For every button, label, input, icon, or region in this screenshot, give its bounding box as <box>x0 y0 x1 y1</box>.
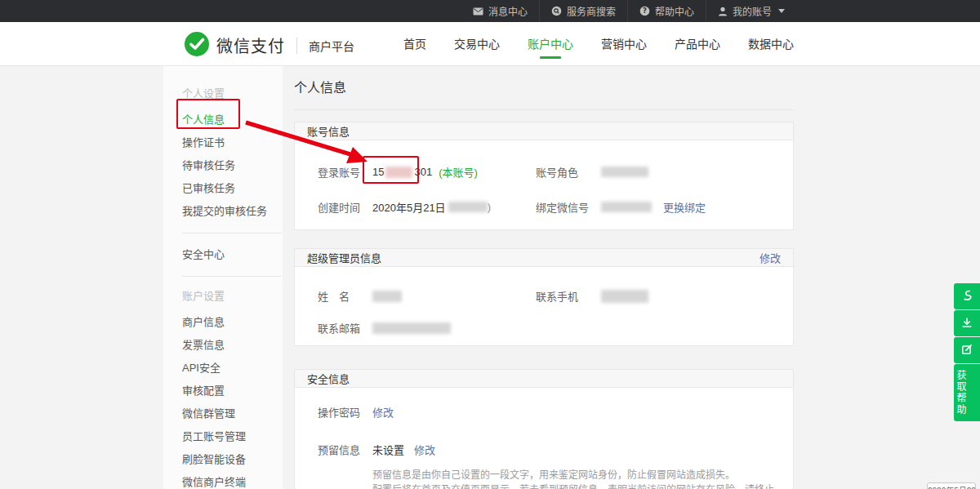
account-card-header: 账号信息 <box>295 122 793 140</box>
account-card-title: 账号信息 <box>307 123 350 139</box>
chevron-down-icon <box>778 9 785 13</box>
download-button[interactable] <box>954 310 980 336</box>
active-nav-underline <box>540 56 561 59</box>
topbar-item-label: 帮助中心 <box>655 4 694 18</box>
topbar-item-my-account[interactable]: 我的账号 <box>706 0 796 22</box>
admin-info-card: 超级管理员信息 修改 姓 名 联系手机 联系邮箱 <box>294 248 794 346</box>
account-role-label: 账号角色 <box>536 164 601 180</box>
sidebar-item-staff-accounts[interactable]: 员工账号管理 <box>182 425 283 448</box>
reserved-info-label: 预留信息 <box>318 442 372 457</box>
header: 微信支付 商户平台 首页 交易中心 账户中心 营销中心 产品中心 数据中心 <box>0 22 980 66</box>
question-circle-icon: ? <box>639 6 650 16</box>
title-divider <box>294 109 794 110</box>
brand[interactable]: 微信支付 商户平台 <box>184 31 354 60</box>
security-card-title: 安全信息 <box>307 371 350 386</box>
sidebar-item-face-devices[interactable]: 刷脸智能设备 <box>182 448 283 471</box>
nav-item-data-center[interactable]: 数据中心 <box>748 22 794 66</box>
sidebar-divider <box>182 233 282 233</box>
svg-text:?: ? <box>643 7 647 15</box>
brand-divider <box>296 38 297 54</box>
topbar-item-label: 我的账号 <box>733 4 772 18</box>
created-time-value: 2020年5月21日 ) <box>372 199 491 215</box>
nav-item-marketing-center[interactable]: 营销中心 <box>601 22 647 66</box>
redacted-login-middle <box>385 167 412 178</box>
sidebar-item-wechat-group[interactable]: 微信群管理 <box>182 402 283 425</box>
compose-icon <box>960 343 973 358</box>
topbar-menu: 消息中心 服务商搜索 ? 帮助中心 我的账号 <box>461 0 796 22</box>
redacted-account-role <box>601 167 648 177</box>
change-binding-link[interactable]: 更换绑定 <box>663 199 706 215</box>
nav-item-home[interactable]: 首页 <box>403 22 426 66</box>
admin-card-title: 超级管理员信息 <box>307 250 381 265</box>
reserved-info-value: 未设置 <box>372 442 404 457</box>
bound-wechat-label: 绑定微信号 <box>536 199 601 215</box>
sidebar-item-my-submitted-tasks[interactable]: 我提交的审核任务 <box>182 200 283 223</box>
reserved-modify-link[interactable]: 修改 <box>414 442 435 457</box>
sidebar-item-reviewed-tasks[interactable]: 已审核任务 <box>182 177 283 200</box>
sidebar-item-personal-info[interactable]: 个人信息 <box>182 109 283 131</box>
service-button[interactable] <box>954 283 980 309</box>
envelope-icon <box>473 7 483 16</box>
sidebar-item-security-center[interactable]: 安全中心 <box>182 243 283 266</box>
account-info-card: 账号信息 登录账号 15 301 (本账号) 账号角色 <box>294 122 794 230</box>
floating-help-widget: 获取帮助 <box>954 283 980 421</box>
current-account-note: (本账号) <box>439 164 478 180</box>
get-help-button[interactable]: 获取帮助 <box>954 364 980 421</box>
sidebar-divider <box>182 276 282 277</box>
contact-email-label: 联系邮箱 <box>318 320 372 336</box>
topbar-item-label: 消息中心 <box>488 4 528 18</box>
login-account-label: 登录账号 <box>318 164 372 180</box>
feedback-button[interactable] <box>954 337 980 363</box>
redacted-contact-email <box>372 322 451 334</box>
nav-item-account-center[interactable]: 账户中心 <box>528 22 573 66</box>
redacted-wechat-id <box>601 202 652 212</box>
service-icon <box>960 289 973 305</box>
sidebar-item-pending-review-tasks[interactable]: 待审核任务 <box>182 154 283 177</box>
sidebar-item-merchant-info[interactable]: 商户信息 <box>182 311 283 334</box>
sidebar: 个人设置 个人信息 操作证书 待审核任务 已审核任务 我提交的审核任务 安全中心… <box>163 66 283 489</box>
sidebar-item-review-config[interactable]: 审核配置 <box>182 380 283 402</box>
brand-name: 微信支付 <box>216 33 285 57</box>
sidebar-group-title-personal: 个人设置 <box>182 84 283 104</box>
wechat-pay-logo-icon <box>184 31 210 60</box>
redacted-created-detail <box>448 202 488 212</box>
nav-item-transaction-center[interactable]: 交易中心 <box>454 22 500 66</box>
security-info-card: 安全信息 操作密码 修改 预留信息 未设置 修改 预留信息是由你自己设置的一段文… <box>294 369 794 489</box>
nav-item-product-center[interactable]: 产品中心 <box>675 22 720 66</box>
sidebar-group-title-account: 账户设置 <box>182 287 283 306</box>
reserved-info-description: 预留信息是由你自己设置的一段文字，用来鉴定网站身份，防止假冒网站造成损失。 配置… <box>372 468 781 489</box>
main-nav: 首页 交易中心 账户中心 营销中心 产品中心 数据中心 <box>403 22 794 66</box>
download-icon <box>960 316 973 331</box>
created-time-label: 创建时间 <box>318 199 372 215</box>
brand-sub-name: 商户平台 <box>309 38 354 54</box>
sidebar-item-invoice-info[interactable]: 发票信息 <box>182 334 283 357</box>
password-modify-link[interactable]: 修改 <box>372 404 394 420</box>
search-circle-icon <box>551 6 562 16</box>
operation-password-label: 操作密码 <box>318 404 372 420</box>
security-card-header: 安全信息 <box>295 370 793 388</box>
sidebar-item-merchant-terminal[interactable]: 微信商户终端 <box>182 471 283 489</box>
redacted-admin-name <box>372 291 402 302</box>
topbar: 消息中心 服务商搜索 ? 帮助中心 我的账号 <box>0 0 980 22</box>
contact-phone-label: 联系手机 <box>536 288 601 304</box>
topbar-item-label: 服务商搜索 <box>567 4 616 18</box>
topbar-item-provider-search[interactable]: 服务商搜索 <box>539 0 627 22</box>
main-content: 个人信息 账号信息 登录账号 15 301 (本账号) 账号角色 <box>294 66 794 489</box>
sidebar-item-api-security[interactable]: API安全 <box>182 357 283 380</box>
date-tooltip: 2020年5月22日 <box>927 482 976 489</box>
topbar-item-help-center[interactable]: ? 帮助中心 <box>627 0 706 22</box>
admin-name-label: 姓 名 <box>318 288 372 304</box>
admin-modify-link[interactable]: 修改 <box>760 250 781 265</box>
admin-card-header: 超级管理员信息 修改 <box>295 249 793 267</box>
page-title: 个人信息 <box>294 77 794 96</box>
user-icon <box>718 7 728 16</box>
topbar-item-messages[interactable]: 消息中心 <box>461 0 539 22</box>
login-account-value: 15 301 (本账号) <box>372 164 478 180</box>
redacted-contact-phone <box>601 290 648 303</box>
sidebar-item-operation-certificate[interactable]: 操作证书 <box>182 131 283 154</box>
